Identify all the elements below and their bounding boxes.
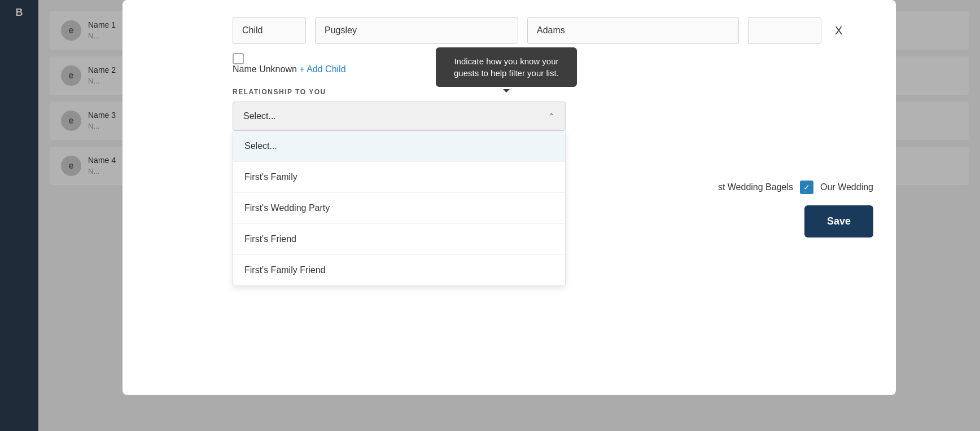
last-name-field[interactable] [527, 17, 739, 44]
save-button[interactable]: Save [804, 205, 873, 238]
wedding-label: Our Wedding [820, 182, 873, 192]
relationship-dropdown-trigger[interactable]: Select... ⌃ [233, 102, 566, 131]
check-icon[interactable]: ✓ [800, 181, 813, 194]
modal-dialog: X Name Unknown Indicate how you know you… [123, 0, 896, 395]
suffix-field[interactable] [748, 17, 821, 44]
dropdown-option-first-friend[interactable]: First's Friend [233, 224, 565, 255]
first-name-field[interactable] [315, 17, 518, 44]
relationship-select-wrapper: Select... ⌃ Select... First's Family Fir… [233, 102, 566, 131]
tooltip-text: Indicate how you know your guests to hel… [454, 56, 559, 78]
role-field[interactable] [233, 17, 306, 44]
dropdown-option-first-family-friend[interactable]: First's Family Friend [233, 255, 565, 285]
modal-overlay: X Name Unknown Indicate how you know you… [0, 0, 980, 431]
remove-button[interactable]: X [830, 20, 847, 42]
add-child-link[interactable]: + Add Child [299, 64, 345, 74]
x-icon: X [835, 24, 842, 37]
select-placeholder: Select... [243, 111, 276, 121]
name-unknown-label: Name Unknown [233, 64, 297, 74]
tooltip: Indicate how you know your guests to hel… [436, 47, 577, 87]
name-unknown-row: Name Unknown Indicate how you know your … [233, 53, 297, 74]
chevron-up-icon: ⌃ [548, 112, 555, 121]
event-label: st Wedding Bagels [718, 182, 793, 192]
dropdown-option-first-wedding-party[interactable]: First's Wedding Party [233, 193, 565, 224]
relationship-section: RELATIONSHIP TO YOU Select... ⌃ Select..… [233, 88, 873, 131]
modal-right-area: st Wedding Bagels ✓ Our Wedding Save [718, 181, 873, 238]
relationship-label: RELATIONSHIP TO YOU [233, 88, 873, 96]
name-unknown-checkbox[interactable] [233, 53, 244, 64]
dropdown-option-select[interactable]: Select... [233, 131, 565, 162]
relationship-dropdown-menu: Select... First's Family First's Wedding… [233, 131, 566, 286]
dropdown-option-first-family[interactable]: First's Family [233, 162, 565, 193]
form-fields-row: X [233, 17, 873, 44]
event-row: st Wedding Bagels ✓ Our Wedding [718, 181, 873, 194]
